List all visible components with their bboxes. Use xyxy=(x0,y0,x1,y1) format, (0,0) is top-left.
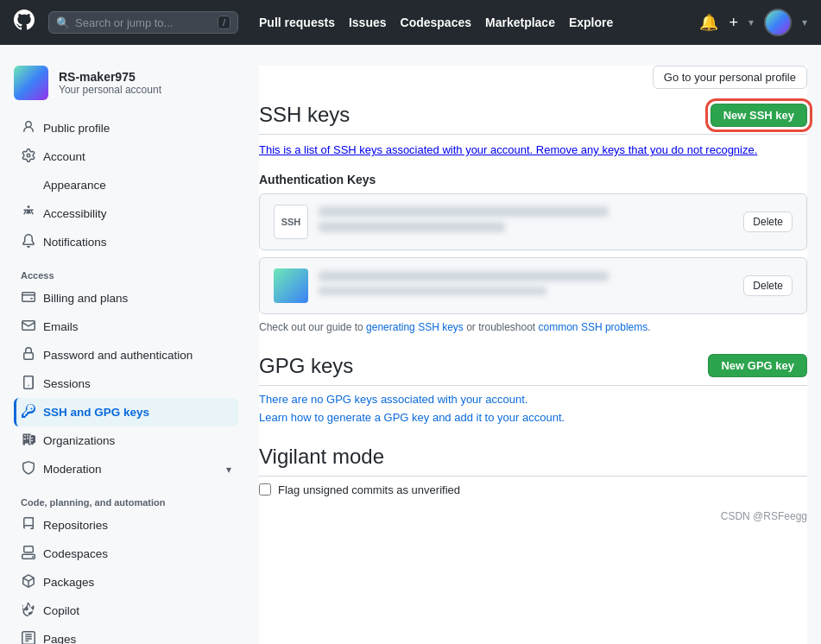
settings-sidebar: RS-maker975 Your personal account Public… xyxy=(14,66,238,644)
ssh-key-card-2: Delete xyxy=(259,257,807,314)
github-logo-icon[interactable] xyxy=(14,9,35,35)
key-blur-date-2 xyxy=(319,287,546,295)
package-icon xyxy=(21,574,36,590)
organization-icon xyxy=(21,432,36,449)
sidebar-item-packages[interactable]: Packages xyxy=(14,568,238,597)
delete-key-button-1[interactable]: Delete xyxy=(743,212,793,232)
vigilant-title: Vigilant mode xyxy=(259,445,807,477)
gpg-section-header: GPG keys New GPG key xyxy=(259,354,807,386)
sidebar-label-moderation: Moderation xyxy=(43,463,102,476)
nav-explore[interactable]: Explore xyxy=(569,16,613,29)
key-icon xyxy=(21,404,36,420)
sidebar-item-sessions[interactable]: Sessions xyxy=(14,369,238,398)
ssh-section-title: SSH keys xyxy=(259,103,350,127)
nav-codespaces[interactable]: Codespaces xyxy=(401,16,471,29)
page-layout: RS-maker975 Your personal account Public… xyxy=(0,45,821,644)
user-avatar-menu[interactable] xyxy=(764,9,792,36)
top-navigation: 🔍 Search or jump to... / Pull requests I… xyxy=(0,0,821,45)
sidebar-label-codespaces: Codespaces xyxy=(43,547,108,560)
sidebar-label-appearance: Appearance xyxy=(43,179,106,192)
new-gpg-key-button[interactable]: New GPG key xyxy=(708,354,807,377)
credit-card-icon xyxy=(21,290,36,306)
sidebar-item-password[interactable]: Password and authentication xyxy=(14,341,238,369)
ssh-key-card-1: SSH Delete xyxy=(259,193,807,250)
sidebar-item-account[interactable]: Account xyxy=(14,142,238,171)
lock-icon xyxy=(21,347,36,363)
key-blur-name-2 xyxy=(319,271,609,281)
delete-key-button-2[interactable]: Delete xyxy=(743,275,793,296)
sidebar-label-notifications: Notifications xyxy=(43,236,107,249)
common-ssh-problems-link[interactable]: common SSH problems xyxy=(539,321,648,333)
ssh-desc-link[interactable]: This is a list of SSH keys associated wi… xyxy=(259,143,757,156)
sidebar-item-repositories[interactable]: Repositories xyxy=(14,511,238,540)
sidebar-label-pages: Pages xyxy=(43,633,76,644)
search-bar[interactable]: 🔍 Search or jump to... / xyxy=(48,11,238,34)
code-section-label: Code, planning, and automation xyxy=(14,483,238,511)
new-ssh-key-button[interactable]: New SSH key xyxy=(710,104,807,127)
profile-btn-area: Go to your personal profile xyxy=(259,66,807,89)
sidebar-item-notifications[interactable]: Notifications xyxy=(14,228,238,256)
nav-marketplace[interactable]: Marketplace xyxy=(485,16,555,29)
create-new-icon[interactable]: + xyxy=(729,14,738,32)
ssh-section-header: SSH keys New SSH key xyxy=(259,103,807,135)
guide-text-3: . xyxy=(647,321,650,333)
key-info-2 xyxy=(319,271,733,300)
nav-links: Pull requests Issues Codespaces Marketpl… xyxy=(259,16,613,29)
create-chevron-icon[interactable]: ▾ xyxy=(748,16,754,28)
sidebar-item-appearance[interactable]: Appearance xyxy=(14,171,238,199)
repo-icon xyxy=(21,517,36,534)
sidebar-label-billing: Billing and plans xyxy=(43,292,128,305)
bell-icon xyxy=(21,234,36,250)
sidebar-item-accessibility[interactable]: Accessibility xyxy=(14,199,238,228)
paintbrush-icon xyxy=(21,177,36,193)
vigilant-checkbox-label: Flag unsigned commits as unverified xyxy=(278,483,460,496)
sidebar-item-codespaces[interactable]: Codespaces xyxy=(14,540,238,568)
sidebar-item-emails[interactable]: Emails xyxy=(14,313,238,341)
sidebar-label-public-profile: Public profile xyxy=(43,122,110,135)
search-kbd: / xyxy=(218,16,231,29)
nav-issues[interactable]: Issues xyxy=(349,16,387,29)
sidebar-item-ssh-gpg[interactable]: SSH and GPG keys xyxy=(14,398,238,426)
auth-keys-label: Authentication Keys xyxy=(259,173,807,186)
generating-ssh-keys-link[interactable]: generating SSH keys xyxy=(366,321,464,333)
sidebar-label-repositories: Repositories xyxy=(43,519,108,532)
ssh-description: This is a list of SSH keys associated wi… xyxy=(259,142,807,159)
sidebar-item-pages[interactable]: Pages xyxy=(14,625,238,644)
sidebar-item-public-profile[interactable]: Public profile xyxy=(14,114,238,142)
sidebar-nav-access: Billing and plans Emails Password and au… xyxy=(14,284,238,483)
sidebar-nav-primary: Public profile Account Appearance Access… xyxy=(14,114,238,256)
person-icon xyxy=(21,120,36,136)
vigilant-checkbox-row: Flag unsigned commits as unverified xyxy=(259,483,807,496)
sidebar-user-avatar xyxy=(14,66,48,100)
sidebar-item-billing[interactable]: Billing and plans xyxy=(14,284,238,313)
sidebar-label-emails: Emails xyxy=(43,320,79,333)
sidebar-label-packages: Packages xyxy=(43,576,94,589)
user-block: RS-maker975 Your personal account xyxy=(14,66,238,100)
sidebar-label-organizations: Organizations xyxy=(43,434,115,447)
search-icon: 🔍 xyxy=(56,16,70,29)
codespaces-icon xyxy=(21,546,36,562)
user-info: RS-maker975 Your personal account xyxy=(59,70,161,96)
gpg-notice: There are no GPG keys associated with yo… xyxy=(259,393,807,406)
key-thumbnail-2 xyxy=(274,268,308,303)
sidebar-item-copilot[interactable]: Copilot xyxy=(14,597,238,625)
moderation-chevron-icon: ▾ xyxy=(226,464,231,476)
sidebar-item-organizations[interactable]: Organizations xyxy=(14,426,238,455)
main-content: Go to your personal profile SSH keys New… xyxy=(259,66,807,644)
copilot-icon xyxy=(21,603,36,619)
topnav-right: 🔔 + ▾ ▾ xyxy=(699,9,807,36)
nav-pull-requests[interactable]: Pull requests xyxy=(259,16,335,29)
flag-unsigned-checkbox[interactable] xyxy=(259,483,271,496)
vigilant-section: Vigilant mode Flag unsigned commits as u… xyxy=(259,445,807,496)
gpg-learn-more-link[interactable]: Learn how to generate a GPG key and add … xyxy=(259,411,565,424)
sidebar-label-accessibility: Accessibility xyxy=(43,207,107,220)
go-to-profile-button[interactable]: Go to your personal profile xyxy=(653,66,807,89)
sidebar-label-sessions: Sessions xyxy=(43,377,91,390)
key-blur-name-1 xyxy=(319,206,609,217)
access-section-label: Access xyxy=(14,256,238,284)
pages-icon xyxy=(21,631,36,644)
avatar-chevron-icon[interactable]: ▾ xyxy=(802,16,807,28)
key-thumbnail-1: SSH xyxy=(274,205,308,239)
sidebar-item-moderation[interactable]: Moderation ▾ xyxy=(14,455,238,483)
notifications-icon[interactable]: 🔔 xyxy=(699,13,718,32)
